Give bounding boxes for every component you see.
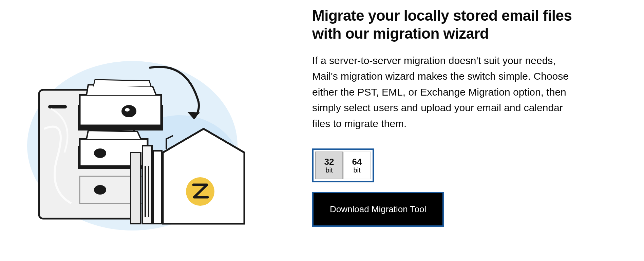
bit-number: 32: [324, 157, 334, 167]
bit-label: bit: [353, 166, 360, 174]
svg-point-12: [94, 185, 106, 195]
bit-number: 64: [352, 157, 362, 167]
svg-point-10: [94, 148, 106, 158]
bit-label: bit: [325, 166, 333, 174]
bit-option-32[interactable]: 32 bit: [315, 152, 343, 179]
illustration-wrapper: [0, 7, 271, 230]
svg-rect-14: [131, 153, 141, 224]
body-description: If a server-to-server migration doesn't …: [312, 53, 576, 132]
svg-point-7: [125, 108, 130, 112]
svg-rect-5: [80, 95, 161, 125]
page-heading: Migrate your locally stored email files …: [312, 7, 576, 43]
svg-rect-18: [153, 151, 162, 224]
migration-illustration: [27, 41, 251, 230]
svg-point-6: [121, 105, 136, 117]
bit-option-64[interactable]: 64 bit: [343, 152, 371, 179]
svg-rect-3: [48, 105, 67, 108]
download-button[interactable]: Download Migration Tool: [312, 192, 444, 227]
bit-selector: 32 bit 64 bit: [312, 148, 374, 182]
svg-rect-15: [143, 146, 152, 224]
